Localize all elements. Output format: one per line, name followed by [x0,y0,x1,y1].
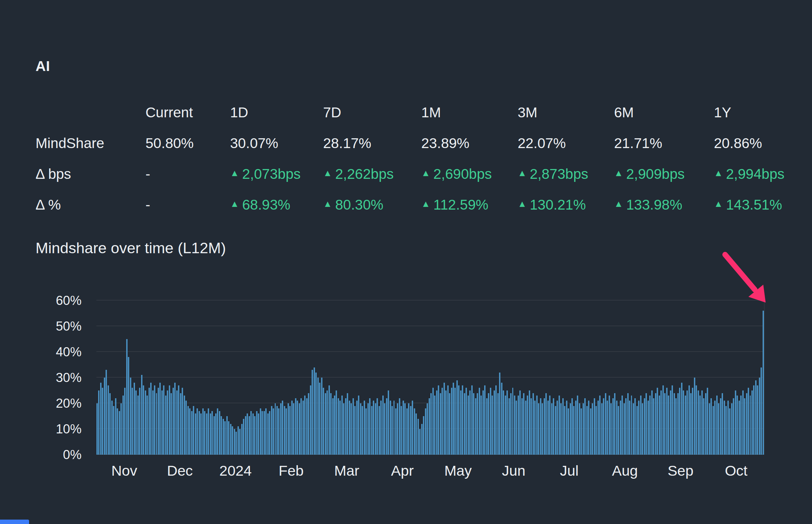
mindshare-bar [701,391,703,455]
mindshare-bar [193,406,194,455]
up-arrow-icon: ▲ [614,199,623,209]
mindshare-bar [601,403,603,455]
mindshare-bar [196,408,198,455]
mindshare-bar [352,398,354,455]
mindshare-bar [494,391,495,455]
mindshare-bar [109,393,111,455]
mindshare-6m: 21.71% [614,128,714,159]
mindshare-bar [503,391,504,455]
mindshare-bar [371,406,372,455]
mindshare-bar [115,398,116,455]
mindshare-bar [273,408,274,455]
mindshare-bar [345,398,347,455]
mindshare-bar [718,403,719,455]
mindshare-bar [339,400,341,455]
mindshare-bar [484,386,485,455]
mindshare-bar [429,398,430,455]
mindshare-bar [358,395,359,455]
mindshare-bar [586,406,588,455]
mindshare-bar [686,391,688,455]
mindshare-bar [128,357,129,455]
mindshare-bar [202,408,204,455]
mindshare-bar [726,406,727,455]
mindshare-bar [674,393,675,455]
mindshare-bar [102,388,103,455]
mindshare-bar [627,393,628,455]
mindshare-bar [267,413,269,455]
up-arrow-icon: ▲ [518,199,527,209]
mindshare-bar [136,391,137,455]
mindshare-bar [341,395,343,455]
mindshare-bar [736,395,738,455]
mindshare-bar [347,393,348,455]
mindshare-bar [210,413,211,455]
mindshare-bar [126,339,128,455]
up-arrow-icon: ▲ [714,169,723,178]
mindshare-bar [534,400,536,455]
mindshare-bar [245,416,246,455]
mindshare-bar [720,398,721,455]
mindshare-bar [642,403,643,455]
mindshare-bar [419,429,420,455]
mindshare-bar [560,403,562,455]
mindshare-bar [282,400,283,455]
mindshare-bar [571,398,573,455]
mindshare-bar [234,429,235,455]
delta-pct-3m-value: 130.21% [530,197,586,213]
mindshare-bar [401,406,402,455]
mindshare-bar [106,370,107,455]
x-axis-label: Feb [263,462,319,479]
mindshare-bar [325,393,326,455]
x-axis-label: Jul [541,462,597,479]
delta-pct-1d-value: 68.93% [242,197,290,213]
col-header-7d: 7D [323,97,421,128]
mindshare-bar [660,391,662,455]
mindshare-bar [343,403,345,455]
up-arrow-icon: ▲ [421,169,430,178]
mindshare-bar [373,400,374,455]
mindshare-bar [414,408,415,455]
mindshare-bar [455,388,456,455]
mindshare-bar [330,393,332,455]
mindshare-bar [265,408,267,455]
mindshare-bar [399,398,400,455]
row-label-delta-pct: Δ % [35,189,145,220]
mindshare-bar [438,386,439,455]
mindshare-bar [276,406,278,455]
mindshare-bar [703,398,704,455]
mindshare-bar [521,398,523,455]
mindshare-bar [243,419,244,455]
mindshare-bar [544,398,545,455]
mindshare-bar [570,403,571,455]
mindshare-bar [444,383,445,455]
x-axis-label: Sep [653,462,708,479]
delta-bps-3m: ▲2,873bps [518,159,614,189]
mindshare-bar [271,406,272,455]
mindshare-bar [425,408,426,455]
mindshare-bar [408,403,409,455]
mindshare-bar [709,403,710,455]
mindshare-bar [618,406,619,455]
mindshare-bar [580,408,582,455]
mindshare-bar [269,411,270,455]
mindshare-bar [603,398,604,455]
col-header-current: Current [145,97,230,128]
y-axis-tick: 0% [63,447,81,462]
mindshare-bar [394,400,395,455]
mindshare-bar [123,395,124,455]
mindshare-bar [525,400,526,455]
mindshare-bar [490,388,491,455]
mindshare-bar [515,400,517,455]
mindshare-bar [173,388,174,455]
delta-bps-7d: ▲2,262bps [323,159,421,189]
mindshare-bar [644,398,645,455]
mindshare-bar [594,398,595,455]
y-axis-tick: 10% [56,422,81,437]
mindshare-bar [379,406,380,455]
mindshare-bar [575,400,576,455]
mindshare-bar [473,393,474,455]
mindshare-bar [369,398,370,455]
x-axis-label: Dec [152,462,207,479]
mindshare-bar [226,416,228,455]
mindshare-bar [540,398,541,455]
